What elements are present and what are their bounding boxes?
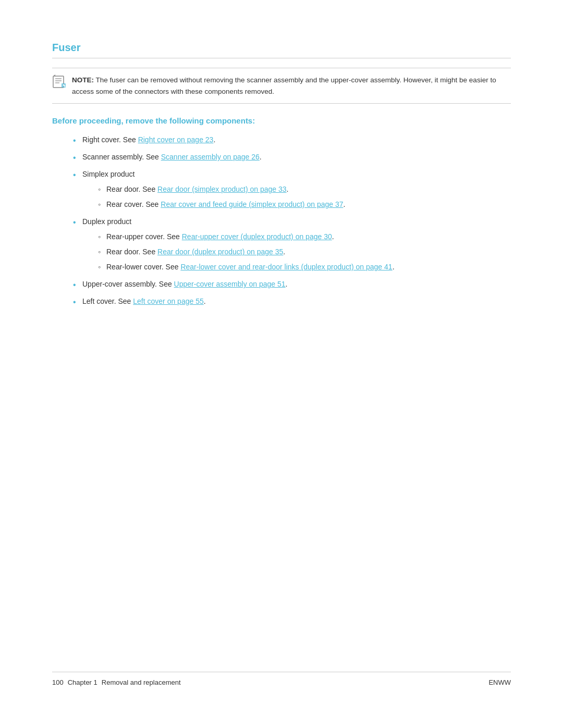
page-container: Fuser ✎ NOTE: The fuser can be removed w… [0,0,563,728]
page-title: Fuser [52,42,511,58]
footer-right: ENWW [488,678,511,686]
rear-lower-cover-link[interactable]: Rear-lower cover and rear-door links (du… [180,263,392,271]
section-heading: Before proceeding, remove the following … [52,116,511,125]
item-text: Scanner assembly. See [82,153,161,161]
sub-list-item: Rear door. See Rear door (simplex produc… [98,184,511,195]
list-item: Scanner assembly. See Scanner assembly o… [73,152,511,163]
list-item: Left cover. See Left cover on page 55. [73,296,511,307]
simplex-label: Simplex product [82,170,134,178]
bullet-list: Right cover. See Right cover on page 23.… [73,134,511,307]
footer-left: 100 Chapter 1 Removal and replacement [52,678,181,686]
list-item: Right cover. See Right cover on page 23. [73,134,511,145]
sub-list-item: Rear cover. See Rear cover and feed guid… [98,199,511,210]
main-content: Fuser ✎ NOTE: The fuser can be removed w… [52,42,511,672]
footer-page-number: 100 [52,678,64,686]
note-text: NOTE: The fuser can be removed without r… [72,75,511,97]
sub-list-item: Rear door. See Rear door (duplex product… [98,246,511,257]
list-item: Upper-cover assembly. See Upper-cover as… [73,279,511,290]
rear-door-duplex-link[interactable]: Rear door (duplex product) on page 35 [157,248,283,256]
svg-text:✎: ✎ [63,84,66,88]
simplex-sub-list: Rear door. See Rear door (simplex produc… [98,184,511,210]
duplex-label: Duplex product [82,217,131,226]
footer-chapter-title: Removal and replacement [102,678,181,686]
footer-chapter-label: Chapter 1 [68,678,97,686]
sub-list-item: Rear-upper cover. See Rear-upper cover (… [98,231,511,242]
note-body: The fuser can be removed without removin… [72,76,496,95]
rear-upper-cover-link[interactable]: Rear-upper cover (duplex product) on pag… [182,232,332,241]
rear-cover-simplex-link[interactable]: Rear cover and feed guide (simplex produ… [161,200,343,208]
item-text: Right cover. See [82,135,138,144]
note-label: NOTE: [72,76,94,84]
list-item-duplex: Duplex product Rear-upper cover. See Rea… [73,216,511,273]
rear-door-simplex-link[interactable]: Rear door (simplex product) on page 33 [157,185,286,193]
page-footer: 100 Chapter 1 Removal and replacement EN… [52,672,511,686]
note-box: ✎ NOTE: The fuser can be removed without… [52,68,511,104]
list-item-simplex: Simplex product Rear door. See Rear door… [73,169,511,210]
right-cover-link[interactable]: Right cover on page 23 [138,135,214,144]
note-icon: ✎ [52,75,67,89]
upper-cover-assembly-link[interactable]: Upper-cover assembly on page 51 [174,280,286,288]
sub-list-item: Rear-lower cover. See Rear-lower cover a… [98,262,511,273]
scanner-assembly-link[interactable]: Scanner assembly on page 26 [161,153,260,161]
left-cover-link[interactable]: Left cover on page 55 [133,297,203,305]
duplex-sub-list: Rear-upper cover. See Rear-upper cover (… [98,231,511,273]
